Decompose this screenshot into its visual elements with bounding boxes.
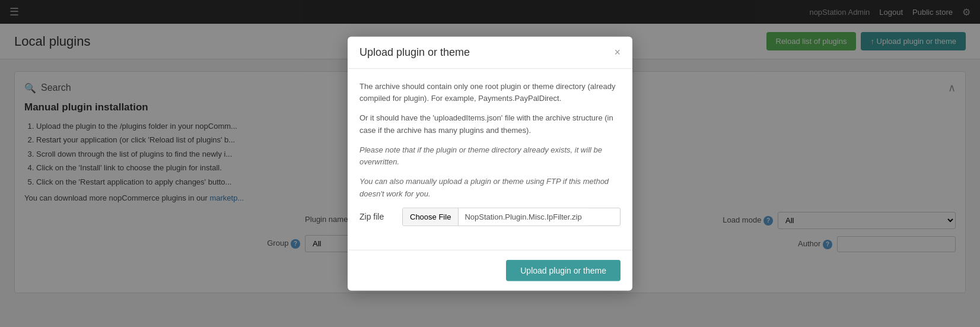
modal-upload-button[interactable]: Upload plugin or theme <box>506 260 621 281</box>
modal-footer: Upload plugin or theme <box>348 250 632 291</box>
file-input-area: Choose File NopStation.Plugin.Misc.IpFil… <box>402 208 621 226</box>
modal-description-3: Please note that if the plugin or theme … <box>359 144 621 169</box>
zip-label: Zip file <box>359 212 395 221</box>
upload-modal: Upload plugin or theme × The archive sho… <box>348 36 632 290</box>
choose-file-button[interactable]: Choose File <box>403 208 459 226</box>
modal-description-1: The archive should contain only one root… <box>359 80 621 105</box>
modal-title: Upload plugin or theme <box>359 46 470 58</box>
file-name-display: NopStation.Plugin.Misc.IpFilter.zip <box>459 208 587 226</box>
modal-description-2: Or it should have the 'uploadedItems.jso… <box>359 112 621 137</box>
modal-description-4: You can also manually upload a plugin or… <box>359 176 621 201</box>
modal-body: The archive should contain only one root… <box>348 68 632 249</box>
modal-close-button[interactable]: × <box>614 47 621 58</box>
zip-file-row: Zip file Choose File NopStation.Plugin.M… <box>359 208 621 226</box>
modal-header: Upload plugin or theme × <box>348 36 632 68</box>
